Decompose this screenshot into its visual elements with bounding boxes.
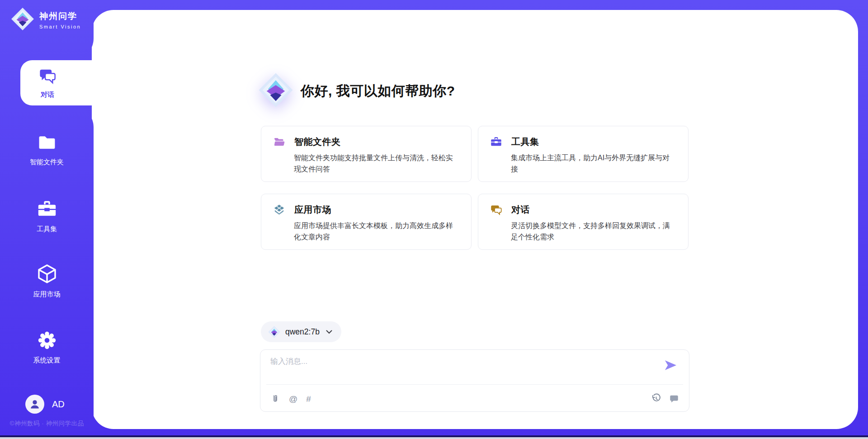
brand-diamond-icon xyxy=(268,326,280,338)
card-title: 工具集 xyxy=(511,136,539,148)
sidebar-item-label: 对话 xyxy=(41,91,54,99)
card-description: 应用市场提供丰富长文本模板，助力高效生成多样化文章内容 xyxy=(294,220,455,243)
card-title: 应用市场 xyxy=(294,204,331,216)
attachment-icon[interactable] xyxy=(270,394,280,404)
feedback-bubble-icon[interactable] xyxy=(669,394,679,404)
toolbox-icon xyxy=(490,136,502,148)
cube-icon xyxy=(36,263,58,286)
gear-icon xyxy=(37,330,57,353)
card-description: 灵活切换多模型文件，支持多样回复效果调试，满足个性化需求 xyxy=(511,220,672,243)
main-content: 你好, 我可以如何帮助你? 智能文件夹 智能文件夹功能支持批量文件上传与清洗，轻… xyxy=(92,10,858,429)
card-title: 智能文件夹 xyxy=(294,136,341,148)
app-title: 神州问学 xyxy=(39,10,81,22)
sidebar-item-label: 应用市场 xyxy=(33,290,61,299)
desktop-edge xyxy=(0,437,868,439)
chat-bubbles-icon xyxy=(490,204,502,216)
sidebar-top-shape: 神州问学 Smart Vision xyxy=(0,0,94,60)
card-smart-folder[interactable]: 智能文件夹 智能文件夹功能支持批量文件上传与清洗，轻松实现文件问答 xyxy=(261,126,472,182)
app-window: 对话 神州问学 Smart Vision 智能文件夹 工具集 xyxy=(0,0,868,439)
mention-icon[interactable]: @ xyxy=(289,395,297,403)
sidebar-item-label: 工具集 xyxy=(37,225,57,234)
card-title: 对话 xyxy=(511,204,530,216)
brand-diamond-icon xyxy=(258,72,293,110)
greeting-text: 你好, 我可以如何帮助你? xyxy=(301,82,455,100)
sidebar-item-smart-folder[interactable]: 智能文件夹 xyxy=(0,133,94,167)
hashtag-icon[interactable]: # xyxy=(306,395,311,403)
composer-divider xyxy=(266,384,683,385)
user-menu[interactable]: AD xyxy=(25,395,65,414)
app-subtitle: Smart Vision xyxy=(39,24,81,29)
sidebar-item-toolset[interactable]: 工具集 xyxy=(0,199,94,234)
model-selector[interactable]: qwen2:7b xyxy=(261,321,341,342)
brand: 神州问学 Smart Vision xyxy=(11,7,81,33)
copyright: ©神州数码 · 神州问学出品 xyxy=(0,420,94,428)
folder-icon xyxy=(37,133,57,154)
greeting: 你好, 我可以如何帮助你? xyxy=(258,72,455,110)
card-chat[interactable]: 对话 灵活切换多模型文件，支持多样回复效果调试，满足个性化需求 xyxy=(478,194,689,250)
send-icon[interactable] xyxy=(664,359,677,373)
brand-diamond-icon xyxy=(11,7,34,33)
grid-box-icon xyxy=(273,204,285,216)
card-description: 集成市场上主流工具，助力AI与外界无缝扩展与对接 xyxy=(511,152,672,175)
folder-open-icon xyxy=(273,136,285,148)
feature-cards: 智能文件夹 智能文件夹功能支持批量文件上传与清洗，轻松实现文件问答 工具集 集成… xyxy=(261,126,689,250)
history-icon[interactable] xyxy=(651,393,661,404)
user-name: AD xyxy=(52,399,65,410)
person-avatar-icon xyxy=(28,397,42,411)
sidebar-item-settings[interactable]: 系统设置 xyxy=(0,330,94,365)
sidebar-item-label: 智能文件夹 xyxy=(30,158,64,167)
toolbox-icon xyxy=(37,199,57,221)
sidebar-item-chat[interactable]: 对话 xyxy=(20,60,101,105)
avatar xyxy=(25,395,44,414)
model-name: qwen2:7b xyxy=(285,327,320,337)
message-input[interactable] xyxy=(270,356,659,382)
chevron-down-icon xyxy=(326,330,332,334)
sidebar-item-app-market[interactable]: 应用市场 xyxy=(0,263,94,299)
sidebar-item-label: 系统设置 xyxy=(33,356,61,365)
chat-bubbles-icon xyxy=(38,67,57,87)
message-composer: @ # xyxy=(260,349,689,412)
card-description: 智能文件夹功能支持批量文件上传与清洗，轻松实现文件问答 xyxy=(294,152,455,175)
card-toolset[interactable]: 工具集 集成市场上主流工具，助力AI与外界无缝扩展与对接 xyxy=(478,126,689,182)
card-app-market[interactable]: 应用市场 应用市场提供丰富长文本模板，助力高效生成多样化文章内容 xyxy=(261,194,472,250)
sidebar: 智能文件夹 工具集 应用市场 系统设置 xyxy=(0,105,94,439)
